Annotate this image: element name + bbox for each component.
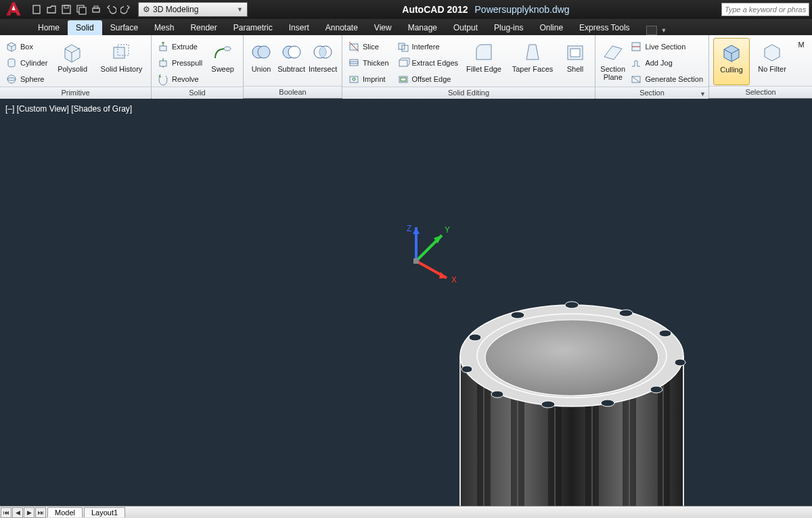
svg-point-60 <box>659 330 671 337</box>
extrude-button[interactable]: Extrude <box>156 39 204 54</box>
panel-section-caption[interactable]: Section▼ <box>595 87 708 99</box>
taperfaces-icon <box>521 41 544 64</box>
solidhistory-button[interactable]: Solid History <box>96 38 147 85</box>
generatesection-button[interactable]: Generate Section <box>629 72 704 87</box>
offsetedge-button[interactable]: Offset Edge <box>396 72 459 87</box>
svg-point-16 <box>224 47 231 51</box>
ribbon-toggle-dd-icon[interactable]: ▼ <box>661 27 667 34</box>
taperfaces-button[interactable]: Taper Faces <box>508 38 557 85</box>
generatesection-label: Generate Section <box>645 75 703 83</box>
presspull-icon <box>157 57 169 69</box>
save-icon[interactable] <box>60 3 73 16</box>
tab-annotate[interactable]: Annotate <box>317 20 366 35</box>
svg-point-10 <box>7 75 16 83</box>
tab-home[interactable]: Home <box>30 20 68 35</box>
saveas-icon[interactable] <box>74 3 88 16</box>
livesection-button[interactable]: Live Section <box>629 39 704 54</box>
next-tab-icon[interactable]: ▶ <box>24 507 35 518</box>
ribbon-toggle-icon[interactable] <box>646 26 657 35</box>
imprint-button[interactable]: Imprint <box>346 72 390 87</box>
prev-tab-icon[interactable]: ◀ <box>12 507 23 518</box>
interfere-icon <box>397 41 409 53</box>
extractedges-button[interactable]: Extract Edges <box>396 55 459 70</box>
union-label: Union <box>252 65 271 73</box>
first-tab-icon[interactable]: ⏮ <box>1 507 12 518</box>
nofilter-button[interactable]: No Filter <box>752 38 792 85</box>
axis-y-label: Y <box>445 225 450 235</box>
presspull-label: Presspull <box>172 59 202 67</box>
thicken-button[interactable]: Thicken <box>346 55 390 70</box>
intersect-button[interactable]: Intersect <box>308 38 338 85</box>
panel-solidediting-caption[interactable]: Solid Editing <box>342 87 595 99</box>
svg-rect-27 <box>350 76 358 83</box>
panel-selection-caption[interactable]: Selection <box>709 86 812 98</box>
svg-rect-4 <box>79 7 86 14</box>
tab-online[interactable]: Online <box>531 20 571 35</box>
panel-solid-caption[interactable]: Solid <box>152 87 243 99</box>
panel-boolean-caption[interactable]: Boolean <box>244 86 342 98</box>
interfere-button[interactable]: Interfere <box>396 39 459 54</box>
tab-surface[interactable]: Surface <box>102 20 146 35</box>
tab-mesh[interactable]: Mesh <box>146 20 182 35</box>
shell-button[interactable]: Shell <box>560 38 591 85</box>
tab-parametric[interactable]: Parametric <box>225 20 281 35</box>
cylinder-button[interactable]: Cylinder <box>4 55 49 70</box>
tab-render[interactable]: Render <box>182 20 225 35</box>
open-icon[interactable] <box>45 3 58 16</box>
svg-point-20 <box>288 46 300 58</box>
polysolid-label: Polysolid <box>58 65 87 73</box>
viewport-label[interactable]: [–] [Custom View] [Shades of Gray] <box>5 104 132 114</box>
subtract-button[interactable]: Subtract <box>275 38 308 85</box>
sweep-button[interactable]: Sweep <box>206 38 239 85</box>
slice-label: Slice <box>363 43 379 51</box>
undo-icon[interactable] <box>104 3 118 16</box>
extractedges-icon <box>397 57 409 69</box>
tab-expresstools[interactable]: Express Tools <box>571 20 637 35</box>
filletedge-button[interactable]: Fillet Edge <box>462 38 505 85</box>
svg-rect-1 <box>62 5 70 14</box>
layout-tabs: ⏮ ◀ ▶ ⏭ Model Layout1 <box>0 506 812 518</box>
imprint-icon <box>348 73 360 85</box>
tab-model[interactable]: Model <box>47 507 83 517</box>
last-tab-icon[interactable]: ⏭ <box>35 507 46 518</box>
polysolid-button[interactable]: Polysolid <box>51 38 93 85</box>
sphere-button[interactable]: Sphere <box>4 72 49 87</box>
tab-view[interactable]: View <box>366 20 400 35</box>
tab-layout1[interactable]: Layout1 <box>84 507 125 517</box>
tab-plugins[interactable]: Plug-ins <box>486 20 531 35</box>
svg-rect-15 <box>160 61 166 66</box>
app-title: AutoCAD 2012 <box>402 4 468 15</box>
svg-point-68 <box>511 312 524 319</box>
sweep-icon <box>211 41 234 64</box>
sectionplane-button[interactable]: Section Plane <box>600 38 626 85</box>
tab-manage[interactable]: Manage <box>400 20 445 35</box>
box-button[interactable]: Box <box>4 39 49 54</box>
union-button[interactable]: Union <box>248 38 275 85</box>
culling-button[interactable]: Culling <box>713 38 750 85</box>
redo-icon[interactable] <box>119 3 133 16</box>
more-button[interactable]: M <box>794 38 808 85</box>
quick-access-toolbar <box>27 3 135 16</box>
panel-primitive-caption[interactable]: Primitive <box>0 87 151 99</box>
svg-point-64 <box>541 401 555 408</box>
slice-button[interactable]: Slice <box>346 39 390 54</box>
print-icon[interactable] <box>89 3 103 16</box>
tab-insert[interactable]: Insert <box>281 20 317 35</box>
new-icon[interactable] <box>30 3 43 16</box>
knob-model[interactable] <box>447 264 697 506</box>
drawing-viewport[interactable]: [–] [Custom View] [Shades of Gray] X Y Z <box>0 99 812 506</box>
addjog-button[interactable]: Add Jog <box>629 55 704 70</box>
title-center: AutoCAD 2012 Powersupplyknob.dwg <box>250 4 721 15</box>
search-input[interactable] <box>725 5 806 14</box>
app-logo[interactable] <box>0 0 27 19</box>
svg-rect-0 <box>33 5 40 14</box>
svg-rect-14 <box>160 46 166 51</box>
search-box[interactable] <box>721 3 809 16</box>
tab-output[interactable]: Output <box>445 20 486 35</box>
svg-rect-25 <box>350 62 358 64</box>
presspull-button[interactable]: Presspull <box>156 55 204 70</box>
workspace-switcher[interactable]: ⚙ 3D Modeling ▼ <box>138 2 248 17</box>
sectionplane-icon <box>602 41 625 64</box>
revolve-button[interactable]: Revolve <box>156 72 204 87</box>
tab-solid[interactable]: Solid <box>68 20 102 35</box>
